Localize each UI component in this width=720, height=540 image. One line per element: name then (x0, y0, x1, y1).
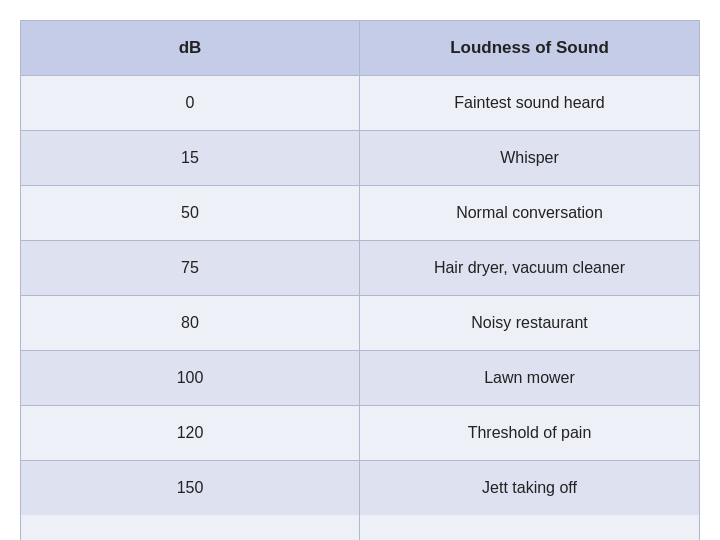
table-row: 15Whisper (21, 131, 699, 186)
table-header-row: dB Loudness of Sound (21, 21, 699, 76)
table-row: 75Hair dryer, vacuum cleaner (21, 241, 699, 296)
cell-db: 150 (21, 461, 360, 515)
cell-loudness: Lawn mower (360, 351, 699, 405)
cell-db: 100 (21, 351, 360, 405)
cell-db: 15 (21, 131, 360, 185)
cell-loudness: Normal conversation (360, 186, 699, 240)
table-row: 150Jett taking off (21, 461, 699, 515)
cell-loudness: Noisy restaurant (360, 296, 699, 350)
cell-loudness: Threshold of pain (360, 406, 699, 460)
header-db: dB (21, 21, 360, 75)
table-row: 50Normal conversation (21, 186, 699, 241)
cell-db: 120 (21, 406, 360, 460)
table-row: 100Lawn mower (21, 351, 699, 406)
cell-loudness: Whisper (360, 131, 699, 185)
table-row: 0Faintest sound heard (21, 76, 699, 131)
table-row: 120Threshold of pain (21, 406, 699, 461)
cell-db: 0 (21, 76, 360, 130)
cell-db: 50 (21, 186, 360, 240)
cell-loudness: Faintest sound heard (360, 76, 699, 130)
header-loudness: Loudness of Sound (360, 21, 699, 75)
cell-db: 75 (21, 241, 360, 295)
loudness-table: dB Loudness of Sound 0Faintest sound hea… (20, 20, 700, 540)
cell-loudness: Jett taking off (360, 461, 699, 515)
empty-cell-loudness (360, 515, 699, 540)
cell-db: 80 (21, 296, 360, 350)
empty-cell-db (21, 515, 360, 540)
table-row: 80Noisy restaurant (21, 296, 699, 351)
cell-loudness: Hair dryer, vacuum cleaner (360, 241, 699, 295)
table-empty-row (21, 515, 699, 540)
